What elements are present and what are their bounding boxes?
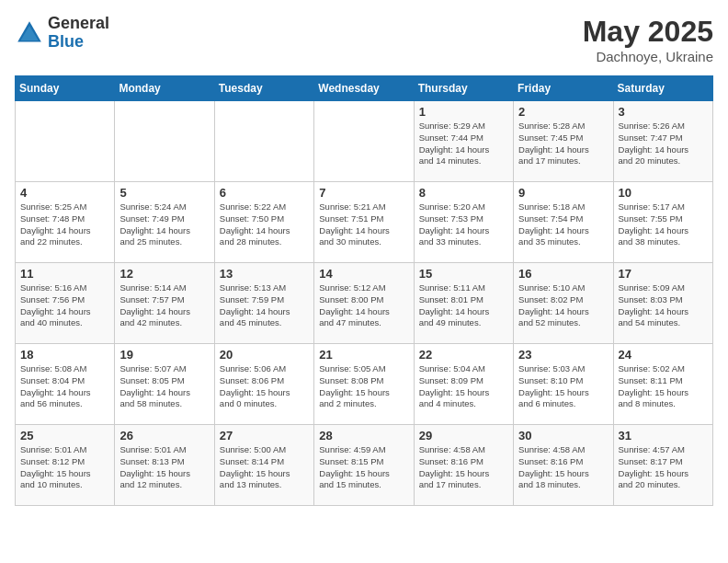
day-info: Sunrise: 5:01 AM Sunset: 8:13 PM Dayligh…: [119, 444, 209, 491]
calendar-cell: 7Sunrise: 5:21 AM Sunset: 7:51 PM Daylig…: [314, 182, 414, 263]
day-number: 7: [319, 186, 408, 200]
calendar-cell: 23Sunrise: 5:03 AM Sunset: 8:10 PM Dayli…: [514, 344, 613, 425]
day-number: 5: [119, 186, 209, 200]
day-info: Sunrise: 5:02 AM Sunset: 8:11 PM Dayligh…: [619, 363, 708, 410]
calendar-body: 1Sunrise: 5:29 AM Sunset: 7:44 PM Daylig…: [16, 101, 713, 506]
calendar-cell: 27Sunrise: 5:00 AM Sunset: 8:14 PM Dayli…: [214, 425, 313, 506]
day-info: Sunrise: 4:59 AM Sunset: 8:15 PM Dayligh…: [319, 444, 408, 491]
day-info: Sunrise: 5:21 AM Sunset: 7:51 PM Dayligh…: [319, 201, 408, 248]
day-info: Sunrise: 5:08 AM Sunset: 8:04 PM Dayligh…: [20, 363, 109, 410]
calendar-header: SundayMondayTuesdayWednesdayThursdayFrid…: [16, 76, 713, 101]
calendar-cell: 28Sunrise: 4:59 AM Sunset: 8:15 PM Dayli…: [314, 425, 414, 506]
calendar-cell: 9Sunrise: 5:18 AM Sunset: 7:54 PM Daylig…: [514, 182, 613, 263]
day-number: 18: [20, 348, 109, 362]
calendar-cell: [314, 101, 414, 182]
day-number: 14: [319, 267, 408, 281]
day-number: 25: [20, 429, 109, 442]
day-number: 6: [220, 186, 309, 200]
day-info: Sunrise: 5:25 AM Sunset: 7:48 PM Dayligh…: [20, 201, 109, 248]
day-info: Sunrise: 5:11 AM Sunset: 8:01 PM Dayligh…: [419, 282, 508, 329]
header-cell-saturday: Saturday: [613, 76, 712, 101]
calendar-cell: 18Sunrise: 5:08 AM Sunset: 8:04 PM Dayli…: [16, 344, 115, 425]
title-block: May 2025 Dachnoye, Ukraine: [583, 15, 713, 64]
calendar-cell: 31Sunrise: 4:57 AM Sunset: 8:17 PM Dayli…: [613, 425, 712, 506]
day-number: 27: [220, 429, 309, 442]
day-number: 1: [419, 105, 508, 119]
day-info: Sunrise: 4:58 AM Sunset: 8:16 PM Dayligh…: [419, 444, 508, 491]
calendar-week-row: 11Sunrise: 5:16 AM Sunset: 7:56 PM Dayli…: [16, 263, 713, 344]
header-cell-wednesday: Wednesday: [314, 76, 414, 101]
day-number: 29: [419, 429, 508, 442]
day-number: 24: [619, 348, 708, 362]
calendar-cell: 13Sunrise: 5:13 AM Sunset: 7:59 PM Dayli…: [214, 263, 313, 344]
day-info: Sunrise: 4:57 AM Sunset: 8:17 PM Dayligh…: [619, 444, 708, 491]
calendar-cell: 5Sunrise: 5:24 AM Sunset: 7:49 PM Daylig…: [115, 182, 214, 263]
day-number: 21: [319, 348, 408, 362]
calendar-cell: 15Sunrise: 5:11 AM Sunset: 8:01 PM Dayli…: [414, 263, 513, 344]
day-info: Sunrise: 5:09 AM Sunset: 8:03 PM Dayligh…: [619, 282, 708, 329]
day-number: 17: [619, 267, 708, 281]
calendar-cell: 17Sunrise: 5:09 AM Sunset: 8:03 PM Dayli…: [613, 263, 712, 344]
logo: General Blue: [15, 15, 109, 52]
day-number: 3: [619, 105, 708, 119]
header-cell-sunday: Sunday: [16, 76, 115, 101]
day-number: 26: [119, 429, 209, 442]
calendar-cell: 21Sunrise: 5:05 AM Sunset: 8:08 PM Dayli…: [314, 344, 414, 425]
calendar-cell: 22Sunrise: 5:04 AM Sunset: 8:09 PM Dayli…: [414, 344, 513, 425]
logo-general: General: [48, 15, 109, 33]
day-info: Sunrise: 5:22 AM Sunset: 7:50 PM Dayligh…: [220, 201, 309, 248]
calendar-cell: 4Sunrise: 5:25 AM Sunset: 7:48 PM Daylig…: [16, 182, 115, 263]
calendar-week-row: 18Sunrise: 5:08 AM Sunset: 8:04 PM Dayli…: [16, 344, 713, 425]
day-info: Sunrise: 5:14 AM Sunset: 7:57 PM Dayligh…: [119, 282, 209, 329]
calendar-cell: 29Sunrise: 4:58 AM Sunset: 8:16 PM Dayli…: [414, 425, 513, 506]
calendar-cell: 3Sunrise: 5:26 AM Sunset: 7:47 PM Daylig…: [613, 101, 712, 182]
day-number: 4: [20, 186, 109, 200]
day-number: 10: [619, 186, 708, 200]
calendar-cell: 14Sunrise: 5:12 AM Sunset: 8:00 PM Dayli…: [314, 263, 414, 344]
calendar-cell: [16, 101, 115, 182]
day-number: 13: [220, 267, 309, 281]
day-info: Sunrise: 5:20 AM Sunset: 7:53 PM Dayligh…: [419, 201, 508, 248]
calendar-cell: 11Sunrise: 5:16 AM Sunset: 7:56 PM Dayli…: [16, 263, 115, 344]
logo-icon: [15, 18, 44, 48]
calendar-week-row: 1Sunrise: 5:29 AM Sunset: 7:44 PM Daylig…: [16, 101, 713, 182]
calendar-cell: 26Sunrise: 5:01 AM Sunset: 8:13 PM Dayli…: [115, 425, 214, 506]
day-number: 19: [119, 348, 209, 362]
day-info: Sunrise: 4:58 AM Sunset: 8:16 PM Dayligh…: [518, 444, 608, 491]
day-info: Sunrise: 5:24 AM Sunset: 7:49 PM Dayligh…: [119, 201, 209, 248]
calendar-cell: [214, 101, 313, 182]
day-info: Sunrise: 5:05 AM Sunset: 8:08 PM Dayligh…: [319, 363, 408, 410]
calendar-cell: 8Sunrise: 5:20 AM Sunset: 7:53 PM Daylig…: [414, 182, 513, 263]
calendar-cell: 16Sunrise: 5:10 AM Sunset: 8:02 PM Dayli…: [514, 263, 613, 344]
day-info: Sunrise: 5:00 AM Sunset: 8:14 PM Dayligh…: [220, 444, 309, 491]
day-number: 30: [518, 429, 608, 442]
location-subtitle: Dachnoye, Ukraine: [583, 49, 713, 64]
calendar-cell: 25Sunrise: 5:01 AM Sunset: 8:12 PM Dayli…: [16, 425, 115, 506]
day-number: 20: [220, 348, 309, 362]
day-info: Sunrise: 5:10 AM Sunset: 8:02 PM Dayligh…: [518, 282, 608, 329]
day-number: 11: [20, 267, 109, 281]
calendar-cell: 30Sunrise: 4:58 AM Sunset: 8:16 PM Dayli…: [514, 425, 613, 506]
day-info: Sunrise: 5:03 AM Sunset: 8:10 PM Dayligh…: [518, 363, 608, 410]
day-number: 16: [518, 267, 608, 281]
calendar-cell: 10Sunrise: 5:17 AM Sunset: 7:55 PM Dayli…: [613, 182, 712, 263]
calendar-cell: 19Sunrise: 5:07 AM Sunset: 8:05 PM Dayli…: [115, 344, 214, 425]
day-info: Sunrise: 5:17 AM Sunset: 7:55 PM Dayligh…: [619, 201, 708, 248]
calendar-week-row: 4Sunrise: 5:25 AM Sunset: 7:48 PM Daylig…: [16, 182, 713, 263]
header-cell-friday: Friday: [514, 76, 613, 101]
day-info: Sunrise: 5:07 AM Sunset: 8:05 PM Dayligh…: [119, 363, 209, 410]
day-info: Sunrise: 5:12 AM Sunset: 8:00 PM Dayligh…: [319, 282, 408, 329]
day-info: Sunrise: 5:06 AM Sunset: 8:06 PM Dayligh…: [220, 363, 309, 410]
day-number: 22: [419, 348, 508, 362]
calendar-cell: 2Sunrise: 5:28 AM Sunset: 7:45 PM Daylig…: [514, 101, 613, 182]
day-info: Sunrise: 5:18 AM Sunset: 7:54 PM Dayligh…: [518, 201, 608, 248]
day-number: 23: [518, 348, 608, 362]
day-number: 9: [518, 186, 608, 200]
calendar-table: SundayMondayTuesdayWednesdayThursdayFrid…: [15, 75, 713, 506]
month-year-title: May 2025: [583, 15, 713, 49]
day-number: 12: [119, 267, 209, 281]
header-cell-thursday: Thursday: [414, 76, 513, 101]
calendar-cell: 1Sunrise: 5:29 AM Sunset: 7:44 PM Daylig…: [414, 101, 513, 182]
logo-text: General Blue: [48, 15, 109, 52]
logo-blue: Blue: [48, 33, 109, 52]
